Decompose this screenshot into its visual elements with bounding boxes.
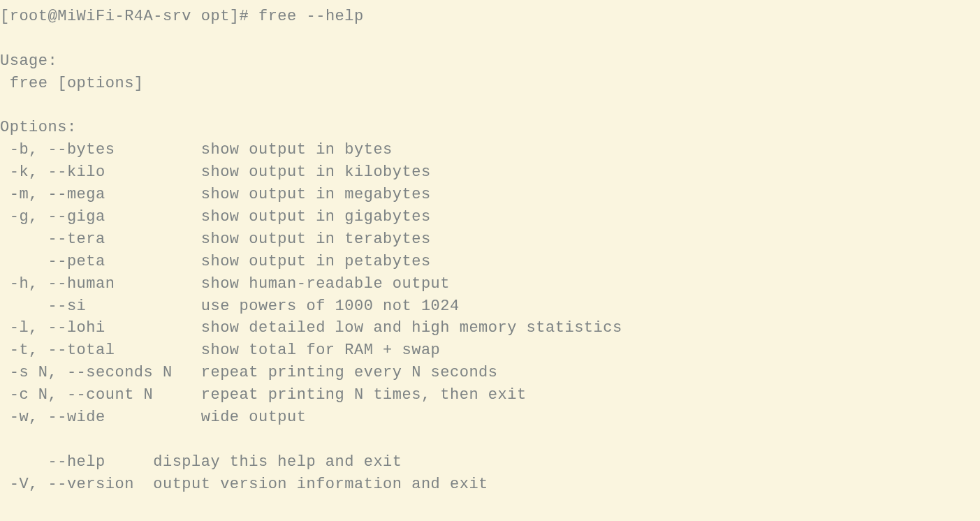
command-input: free --help [258,8,364,25]
terminal-output: [root@MiWiFi-R4A-srv opt]# free --help U… [0,6,980,496]
option-giga: -g, --giga show output in gigabytes [0,208,431,226]
option-version: -V, --version output version information… [0,476,488,493]
prompt-line[interactable]: [root@MiWiFi-R4A-srv opt]# free --help [0,8,364,25]
option-tera: --tera show output in terabytes [0,230,431,248]
option-si: --si use powers of 1000 not 1024 [0,298,460,315]
option-seconds: -s N, --seconds N repeat printing every … [0,364,498,381]
usage-header: Usage: [0,52,57,70]
options-header: Options: [0,119,77,136]
option-count: -c N, --count N repeat printing N times,… [0,386,527,404]
option-bytes: -b, --bytes show output in bytes [0,141,393,159]
option-help: --help display this help and exit [0,453,402,471]
option-lohi: -l, --lohi show detailed low and high me… [0,319,622,337]
usage-line: free [options] [0,75,144,92]
option-human: -h, --human show human-readable output [0,275,450,293]
option-wide: -w, --wide wide output [0,409,306,426]
option-total: -t, --total show total for RAM + swap [0,342,440,359]
option-mega: -m, --mega show output in megabytes [0,186,431,203]
option-kilo: -k, --kilo show output in kilobytes [0,163,431,181]
shell-prompt: [root@MiWiFi-R4A-srv opt]# [0,8,258,25]
option-peta: --peta show output in petabytes [0,253,431,270]
